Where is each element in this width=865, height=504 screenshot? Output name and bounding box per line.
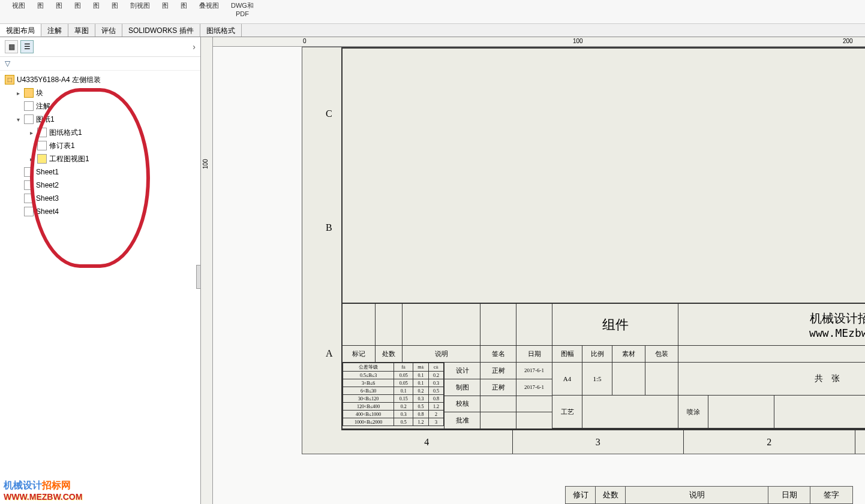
hdr-scale: 比例 [582, 346, 612, 362]
panel-collapse-icon[interactable]: › [193, 42, 196, 52]
tree-item-label: Sheet3 [36, 194, 59, 203]
tree-item[interactable]: Sheet4 [2, 205, 200, 218]
tree-item[interactable]: ▸块 [2, 86, 200, 99]
tool-8[interactable]: 图 [175, 0, 193, 23]
tree-item-label: Sheet2 [36, 181, 59, 189]
filter-icon[interactable]: ▽ [5, 59, 10, 68]
revision-table: 修订 处数 说明 日期 签字 [565, 486, 853, 504]
hdr-desc: 说明 [403, 346, 480, 362]
tree-item[interactable]: 修订表1 [2, 139, 200, 152]
tree-item-label: 块 [36, 88, 43, 98]
tab-sw-addin[interactable]: SOLIDWORKS 插件 [122, 24, 200, 37]
tree-expand-icon[interactable]: ▾ [17, 116, 24, 123]
tree-item-icon [24, 88, 34, 98]
seg-2: 2 [684, 430, 855, 454]
lbl-check: 校核 [444, 396, 480, 413]
tree-item[interactable]: Sheet2 [2, 179, 200, 192]
seg-4: 4 [341, 430, 513, 454]
horizontal-ruler: 0 100 200 [213, 37, 865, 47]
tree-item-icon [37, 128, 47, 137]
tool-7[interactable]: 图 [156, 0, 175, 23]
ribbon-tabs: 视图布局 注解 草图 评估 SOLIDWORKS 插件 图纸格式 [0, 24, 865, 37]
rev-col-sign: 签字 [810, 487, 852, 503]
val-date2: 2017-6-1 [516, 379, 552, 396]
val-format: A4 [552, 363, 582, 395]
panel-tabs: ▦ ☰ › [0, 37, 200, 57]
ruler-v-100: 100 [202, 159, 209, 169]
tree-item[interactable]: Sheet1 [2, 165, 200, 179]
tree-expand-icon[interactable]: ▸ [17, 90, 24, 96]
watermark: 机械设计招标网 WWW.MEZBW.COM [4, 479, 82, 502]
seg-1: 1 [855, 430, 866, 454]
tree-item[interactable]: 注解 [2, 99, 200, 113]
tree-item[interactable]: Sheet3 [2, 192, 200, 205]
property-tab-icon[interactable]: ☰ [20, 40, 34, 53]
hdr-material: 素材 [612, 346, 645, 362]
seg-3: 3 [513, 430, 684, 454]
tree-item-icon [24, 180, 34, 190]
val-designer: 正树 [480, 363, 516, 379]
drawing-frame: C C B B A A 组件 [341, 47, 865, 430]
filter-row: ▽ [0, 57, 200, 71]
feature-manager-panel: ▦ ☰ › ▽ ⬚ U4335Y6188-A4 左侧组装 ▸块注解▾图纸1▸图纸… [0, 37, 201, 504]
tree-item-icon [37, 141, 47, 150]
tree-item-label: 修订表1 [49, 141, 75, 151]
drawing-canvas[interactable]: 100 0 100 200 🔍 🔍 🔍 ↻ ↺ ▣ ◫ ◉ ● C C B B … [201, 37, 865, 504]
tab-sheet-format[interactable]: 图纸格式 [200, 24, 242, 37]
tolerance-table: 公差等级f±m±c± 0.5≤B≤30.050.10.23<B≤60.050.1… [343, 363, 444, 426]
tree-root-label: U4335Y6188-A4 左侧组装 [17, 75, 101, 85]
lbl-rev-ver: 设变版本 [774, 396, 865, 428]
tree-item-label: 工程图视图1 [49, 154, 89, 164]
tool-2[interactable]: 图 [50, 0, 68, 23]
tree-root[interactable]: ⬚ U4335Y6188-A4 左侧组装 [2, 73, 200, 86]
tree-item[interactable]: ▸工程图视图1 [2, 152, 200, 165]
tree-item-label: 图纸1 [36, 114, 55, 125]
lbl-design: 设计 [444, 363, 480, 379]
tool-5[interactable]: 图 [106, 0, 124, 23]
company-url: www.MEzbw.com [809, 327, 865, 339]
val-scale: 1:5 [582, 363, 612, 395]
wm-text-2: 招标网 [42, 480, 71, 490]
tab-evaluate[interactable]: 评估 [95, 24, 122, 37]
tool-9[interactable]: 叠视图 [193, 0, 225, 23]
tree-item-label: 注解 [36, 101, 50, 111]
hdr-pack: 包装 [645, 346, 678, 362]
lbl-drawn: 制图 [444, 379, 480, 396]
ruler-h-100: 100 [573, 38, 583, 44]
val-sheets: 共 张 [678, 363, 865, 395]
tab-sketch[interactable]: 草图 [68, 24, 95, 37]
feature-tree-tab-icon[interactable]: ▦ [5, 40, 18, 53]
panel-resize-handle[interactable] [196, 265, 201, 289]
tool-3[interactable]: 图 [68, 0, 87, 23]
tool-view[interactable]: 视图 [6, 0, 31, 23]
drawing-sheet[interactable]: C C B B A A 组件 [302, 47, 865, 454]
hdr-sign: 签名 [480, 346, 516, 362]
tool-section[interactable]: 剖视图 [124, 0, 156, 23]
wm-url: WWW.MEZBW.COM [4, 492, 82, 502]
ruler-h-0: 0 [303, 38, 307, 44]
tree-expand-icon[interactable]: ▸ [30, 156, 37, 162]
tree-item[interactable]: ▾图纸1 [2, 113, 200, 126]
company-name: 机械设计招标网 [810, 310, 866, 327]
hdr-mark: 标记 [343, 346, 376, 362]
lbl-approve: 批准 [444, 412, 480, 428]
ruler-h-200: 200 [843, 38, 853, 44]
hdr-count: 处数 [376, 346, 403, 362]
tool-4[interactable]: 图 [87, 0, 106, 23]
tree-expand-icon[interactable]: ▸ [30, 129, 37, 136]
tool-1[interactable]: 图 [31, 0, 50, 23]
rev-col-count: 处数 [596, 487, 626, 503]
hdr-format: 图幅 [552, 346, 582, 362]
tool-dwgpdf[interactable]: DWG和 PDF [225, 0, 260, 23]
tab-annotate[interactable]: 注解 [41, 24, 68, 37]
tree-item-icon [37, 154, 47, 164]
mark-b-left: B [326, 222, 332, 233]
tree-item-icon [24, 114, 34, 124]
feature-tree: ⬚ U4335Y6188-A4 左侧组装 ▸块注解▾图纸1▸图纸格式1修订表1▸… [0, 71, 200, 221]
lbl-spray: 喷涂 [678, 396, 708, 428]
tree-item-label: Sheet1 [36, 168, 59, 176]
tree-item-icon [24, 101, 34, 111]
tab-view-layout[interactable]: 视图布局 [0, 24, 41, 37]
tree-item[interactable]: ▸图纸格式1 [2, 126, 200, 139]
val-date1: 2017-6-1 [516, 363, 552, 379]
